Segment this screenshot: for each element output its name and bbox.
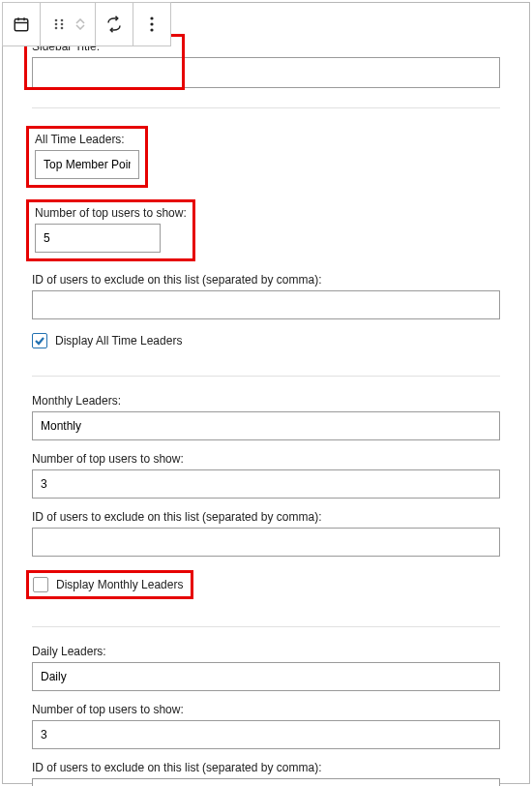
alltime-count-label: Number of top users to show:: [35, 206, 187, 220]
separator: [32, 107, 500, 108]
svg-rect-0: [15, 19, 28, 31]
monthly-count-label: Number of top users to show:: [32, 452, 500, 466]
monthly-count-input[interactable]: [32, 469, 500, 499]
highlight-monthly-display: Display Monthly Leaders: [26, 570, 193, 599]
form-area: Sidebar Title: /* override: redo sidebar…: [3, 3, 529, 786]
highlight-alltime-heading: All Time Leaders:: [26, 126, 148, 188]
monthly-display-checkbox[interactable]: [33, 577, 48, 592]
sidebar-title-input[interactable]: [32, 57, 500, 88]
toolbar-segment-move: [41, 3, 96, 45]
monthly-display-row: Display Monthly Leaders: [32, 570, 500, 599]
alltime-display-row: Display All Time Leaders: [32, 333, 500, 348]
alltime-heading-label: All Time Leaders:: [35, 133, 139, 146]
daily-heading-input[interactable]: [32, 662, 500, 691]
block-toolbar: [2, 2, 171, 46]
daily-heading-label: Daily Leaders:: [32, 645, 500, 658]
highlight-alltime-count: Number of top users to show:: [26, 199, 195, 261]
widget-settings-panel: Sidebar Title: /* override: redo sidebar…: [2, 2, 530, 784]
svg-point-7: [61, 23, 64, 26]
daily-count-label: Number of top users to show:: [32, 703, 500, 716]
svg-point-4: [55, 19, 58, 22]
monthly-exclude-label: ID of users to exclude on this list (sep…: [32, 510, 500, 524]
daily-count-input[interactable]: [32, 720, 500, 749]
svg-point-9: [61, 27, 64, 30]
alltime-exclude-input[interactable]: [32, 290, 500, 319]
more-icon[interactable]: [143, 15, 161, 33]
replace-icon[interactable]: [105, 15, 123, 33]
svg-point-8: [55, 27, 58, 30]
separator: [32, 376, 500, 377]
svg-point-12: [150, 28, 153, 31]
monthly-heading-label: Monthly Leaders:: [32, 394, 500, 408]
toolbar-segment-more: [133, 3, 170, 45]
monthly-display-label: Display Monthly Leaders: [56, 578, 183, 591]
svg-point-6: [55, 23, 58, 26]
svg-point-10: [150, 16, 153, 19]
drag-icon[interactable]: [50, 15, 68, 33]
monthly-exclude-input[interactable]: [32, 528, 500, 557]
daily-exclude-input[interactable]: [32, 778, 500, 786]
daily-exclude-label: ID of users to exclude on this list (sep…: [32, 761, 500, 774]
monthly-heading-input[interactable]: [32, 411, 500, 440]
toolbar-segment-block: [3, 3, 41, 45]
svg-point-11: [150, 22, 153, 25]
alltime-exclude-label: ID of users to exclude on this list (sep…: [32, 273, 500, 287]
move-arrows[interactable]: [75, 18, 85, 30]
alltime-count-input[interactable]: [35, 224, 161, 253]
alltime-display-checkbox[interactable]: [32, 333, 47, 348]
alltime-display-label: Display All Time Leaders: [55, 334, 182, 348]
separator: [32, 626, 500, 627]
alltime-heading-input[interactable]: [35, 150, 139, 179]
svg-point-5: [61, 19, 64, 22]
toolbar-segment-transform: [96, 3, 133, 45]
calendar-icon[interactable]: [13, 15, 30, 33]
